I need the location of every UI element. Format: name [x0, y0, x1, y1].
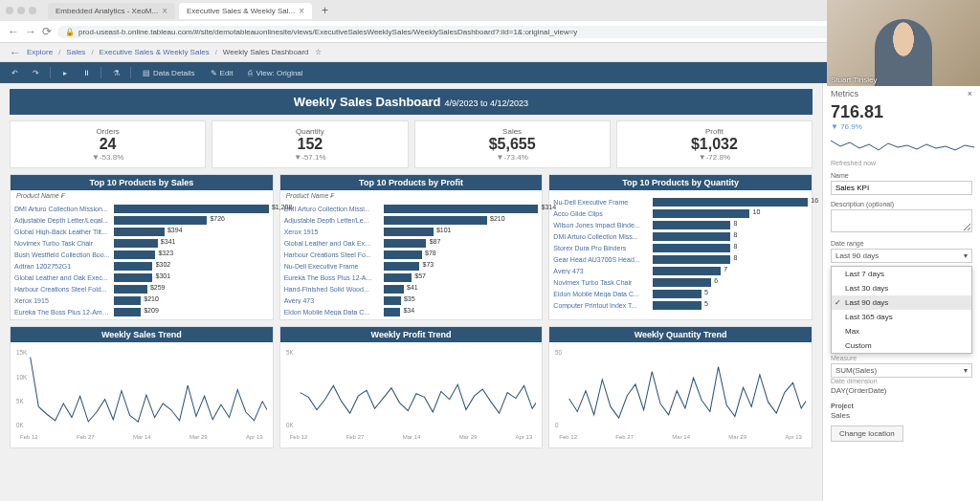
kpi-3[interactable]: Profit$1,032▼-72.8% — [616, 120, 813, 168]
change-location-button[interactable]: Change location — [831, 425, 903, 442]
bc-current: Weekly Sales Dashboard — [223, 48, 309, 56]
bar-row[interactable]: Xerox 1915$210 — [14, 294, 269, 306]
bar-row[interactable]: Novimex Turbo Task Chair6 — [553, 276, 808, 288]
view-original-button[interactable]: ⎙ View: Original — [244, 67, 306, 79]
trend-chart[interactable]: 5K0K — [286, 346, 537, 432]
desc-input[interactable] — [831, 209, 972, 232]
project-value: Sales — [831, 409, 972, 422]
bar-row[interactable]: Storex Dura Pro Binders8 — [553, 242, 808, 253]
close-icon[interactable]: × — [162, 6, 167, 16]
refresh-status: Refreshed now — [831, 160, 972, 166]
metrics-pane: Metrics× 716.81 ▼ 76.9% Refreshed now Na… — [822, 83, 980, 501]
close-icon[interactable]: × — [299, 6, 304, 16]
bar-row[interactable]: Global Leather and Oak Exec...$301 — [14, 272, 269, 283]
svg-text:5K: 5K — [286, 349, 294, 356]
bar-row[interactable]: Nu-Dell Executive Frame$73 — [284, 260, 539, 272]
edit-button[interactable]: ✎ Edit — [207, 67, 237, 79]
date-option-4[interactable]: Max — [832, 324, 971, 338]
browser-tab-1[interactable]: Executive Sales & Weekly Sal...× — [179, 3, 312, 19]
date-option-1[interactable]: Last 30 days — [832, 281, 971, 295]
traffic-lights[interactable] — [6, 7, 36, 14]
bar-panel-2: Top 10 Products by QuantityNu-Dell Execu… — [548, 174, 813, 320]
name-input[interactable] — [831, 181, 972, 195]
data-details-button[interactable]: ▤ Data Details — [139, 67, 199, 79]
trend-panel-1: Weekly Profit Trend5K0KFeb 12Feb 27Mar 1… — [279, 326, 544, 448]
forward-button[interactable]: → — [25, 25, 36, 38]
bar-panel-0: Top 10 Products by SalesProduct Name ₣DM… — [10, 174, 274, 320]
pause-icon[interactable]: ⏸ — [79, 66, 93, 79]
svg-text:0K: 0K — [286, 422, 294, 428]
trend-panel-2: Weekly Quantity Trend500Feb 12Feb 27Mar … — [548, 326, 813, 448]
replay-icon[interactable]: ▸ — [58, 66, 72, 79]
bar-panel-1: Top 10 Products by ProfitProduct Name ₣D… — [279, 174, 544, 320]
kpi-0[interactable]: Orders24▼-53.8% — [10, 120, 206, 168]
bar-row[interactable]: Gear Head AU3700S Head...8 — [553, 253, 808, 265]
date-dim-label: Date dimension — [831, 378, 972, 384]
favorite-icon[interactable]: ☆ — [315, 48, 322, 56]
bar-row[interactable]: Eldon Mobile Mega Data C...$34 — [284, 306, 539, 317]
bar-row[interactable]: Harbour Creations Steel Fo...$78 — [284, 249, 539, 260]
reload-button[interactable]: ⟳ — [42, 25, 52, 38]
lock-icon: 🔒 — [65, 28, 75, 36]
bar-row[interactable]: Adjustable Depth Letter/Le...$210 — [284, 214, 539, 226]
name-label: Name — [831, 172, 972, 179]
bar-row[interactable]: Adtran 1202752G1$302 — [14, 260, 269, 272]
bar-row[interactable]: Global High-Back Leather Tilt...$394 — [14, 226, 269, 237]
undo-icon[interactable]: ↶ — [8, 66, 21, 79]
bar-row[interactable]: Nu-Dell Executive Frame16 — [553, 196, 808, 207]
bar-row[interactable]: Novimex Turbo Task Chair$341 — [14, 237, 269, 249]
project-label: Project — [831, 403, 972, 409]
bar-row[interactable]: Avery 4737 — [553, 265, 808, 276]
svg-text:5K: 5K — [16, 398, 24, 404]
date-range-label: Date range — [831, 240, 972, 247]
bar-row[interactable]: Bush Westfield Collection Boo...$323 — [14, 249, 269, 260]
bar-row[interactable]: Harbour Creations Steel Fold...$259 — [14, 283, 269, 294]
bar-row[interactable]: Acco Glide Clips10 — [553, 207, 808, 219]
date-option-5[interactable]: Custom — [832, 338, 971, 353]
date-option-3[interactable]: Last 365 days — [832, 310, 971, 324]
dashboard-area: Weekly Sales Dashboard4/9/2023 to 4/12/2… — [0, 83, 822, 501]
svg-text:0: 0 — [555, 422, 559, 428]
webcam-name: Stuart Tinsley — [831, 76, 877, 84]
trend-panel-0: Weekly Sales Trend15K10K5K0KFeb 12Feb 27… — [10, 326, 274, 448]
new-tab-button[interactable]: + — [316, 4, 334, 17]
bar-row[interactable]: Avery 473$35 — [284, 294, 539, 306]
dashboard-title: Weekly Sales Dashboard4/9/2023 to 4/12/2… — [10, 89, 813, 115]
date-range-select[interactable]: Last 90 days▾ — [831, 249, 972, 263]
metric-delta: ▼ 76.9% — [831, 122, 972, 131]
chevron-down-icon: ▾ — [964, 251, 968, 260]
browser-tab-0[interactable]: Embedded Analytics - XeoM...× — [48, 3, 175, 19]
bar-row[interactable]: Xerox 1915$101 — [284, 226, 539, 237]
filter-icon[interactable]: ⚗ — [109, 66, 122, 79]
back-icon[interactable]: ← — [10, 46, 21, 59]
svg-text:15K: 15K — [16, 349, 28, 356]
kpi-1[interactable]: Quantity152▼-57.1% — [212, 120, 408, 168]
trend-chart[interactable]: 500 — [555, 346, 806, 432]
svg-text:0K: 0K — [16, 422, 24, 428]
measure-select[interactable]: SUM(Sales)▾ — [831, 363, 972, 378]
bar-row[interactable]: Eldon Mobile Mega Data C...5 — [553, 288, 808, 299]
trend-chart[interactable]: 15K10K5K0K — [16, 346, 267, 432]
bc-sales[interactable]: Sales — [66, 48, 85, 56]
bar-row[interactable]: DMI Arturo Collection Mission...$1,208 — [14, 203, 269, 214]
bar-row[interactable]: DMI Arturo Collection Miss...8 — [553, 230, 808, 242]
metrics-header: Metrics — [831, 89, 858, 98]
svg-text:10K: 10K — [16, 374, 28, 381]
kpi-2[interactable]: Sales$5,655▼-73.4% — [414, 120, 611, 168]
metric-value: 716.81 — [831, 102, 972, 122]
date-option-0[interactable]: Last 7 days — [832, 267, 971, 281]
bar-row[interactable]: Wilson Jones Impact Binde...8 — [553, 219, 808, 230]
back-button[interactable]: ← — [8, 25, 19, 38]
bar-row[interactable]: Eureka The Boss Plus 12-Amp...$209 — [14, 306, 269, 317]
bar-row[interactable]: Adjustable Depth Letter/Legal...$726 — [14, 214, 269, 226]
bar-row[interactable]: Eureka The Boss Plus 12-A...$57 — [284, 272, 539, 283]
bar-row[interactable]: Hand-Finished Solid Wood...$41 — [284, 283, 539, 294]
redo-icon[interactable]: ↷ — [29, 66, 42, 79]
bar-row[interactable]: Global Leather and Oak Ex...$87 — [284, 237, 539, 249]
bc-explore[interactable]: Explore — [27, 48, 53, 56]
bar-row[interactable]: DMI Arturo Collection Missi...$314 — [284, 203, 539, 214]
bc-workbook[interactable]: Executive Sales & Weekly Sales — [100, 48, 210, 56]
close-icon[interactable]: × — [968, 89, 972, 98]
date-option-2[interactable]: Last 90 days — [832, 295, 971, 310]
bar-row[interactable]: Computer Printout Index T...5 — [553, 299, 808, 311]
